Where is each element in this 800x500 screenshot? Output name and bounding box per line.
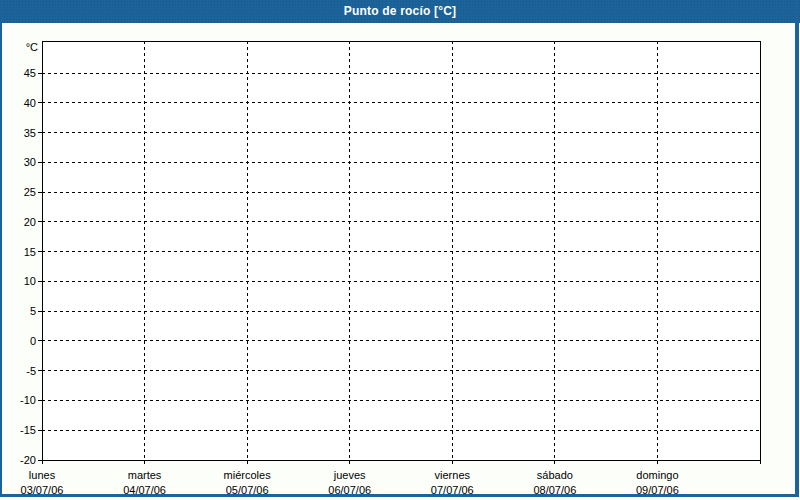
y-axis-unit: °C xyxy=(26,41,38,53)
x-day-label: jueves xyxy=(333,469,366,481)
y-tick-label: 20 xyxy=(24,216,36,228)
x-day-label: sábado xyxy=(537,469,573,481)
y-tick-label: 35 xyxy=(24,127,36,139)
y-tick-label: -15 xyxy=(20,424,36,436)
x-day-label: martes xyxy=(128,469,162,481)
y-tick-label: 5 xyxy=(30,305,36,317)
window-frame-bottom xyxy=(0,494,799,497)
weather-chart-window: Punto de rocío [°C] 454035302520151050-5… xyxy=(0,0,800,500)
x-day-label: domingo xyxy=(636,469,678,481)
y-tick-label: -20 xyxy=(20,454,36,466)
window-frame-right xyxy=(795,0,799,497)
x-day-label: lunes xyxy=(29,469,56,481)
y-tick-label: 25 xyxy=(24,186,36,198)
y-tick-label: -5 xyxy=(26,365,36,377)
x-day-label: miércoles xyxy=(224,469,272,481)
plot-area xyxy=(42,41,760,460)
dew-point-chart: 454035302520151050-5-10-15-20°Clunes03/0… xyxy=(0,0,800,500)
window-frame-left xyxy=(0,0,2,497)
y-tick-label: 45 xyxy=(24,67,36,79)
y-tick-label: 40 xyxy=(24,97,36,109)
y-tick-label: 30 xyxy=(24,156,36,168)
y-tick-label: 15 xyxy=(24,246,36,258)
x-day-label: viernes xyxy=(435,469,471,481)
y-tick-label: 0 xyxy=(30,335,36,347)
y-tick-label: -10 xyxy=(20,394,36,406)
y-tick-label: 10 xyxy=(24,275,36,287)
